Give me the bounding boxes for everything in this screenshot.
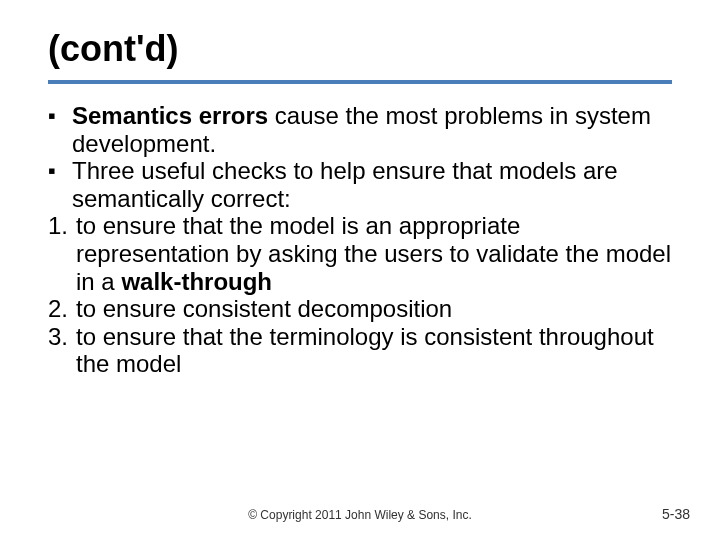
- bullet-item: ▪Semantics errors cause the most problem…: [48, 102, 672, 157]
- numbered-item: 3. to ensure that the terminology is con…: [48, 323, 672, 378]
- numbered-text: to ensure that the terminology is consis…: [76, 323, 672, 378]
- text-run: Three useful checks to help ensure that …: [72, 157, 618, 212]
- number-marker: 3.: [48, 323, 76, 351]
- numbered-text: to ensure that the model is an appropria…: [76, 212, 672, 295]
- numbered-item: 2. to ensure consistent decomposition: [48, 295, 672, 323]
- bullet-text: Semantics errors cause the most problems…: [72, 102, 672, 157]
- bullet-square-icon: ▪: [48, 157, 66, 182]
- slide-title: (cont'd): [48, 28, 672, 70]
- numbered-text: to ensure consistent decomposition: [76, 295, 672, 323]
- bullet-text: Three useful checks to help ensure that …: [72, 157, 672, 212]
- bullet-item: ▪Three useful checks to help ensure that…: [48, 157, 672, 212]
- page-number: 5-38: [662, 506, 690, 522]
- text-run: to ensure that the terminology is consis…: [76, 323, 654, 378]
- bullet-square-icon: ▪: [48, 102, 66, 127]
- number-marker: 1.: [48, 212, 76, 240]
- number-marker: 2.: [48, 295, 76, 323]
- slide: (cont'd) ▪Semantics errors cause the mos…: [0, 0, 720, 540]
- copyright-footer: © Copyright 2011 John Wiley & Sons, Inc.: [0, 508, 720, 522]
- text-run: to ensure consistent decomposition: [76, 295, 452, 322]
- numbered-item: 1. to ensure that the model is an approp…: [48, 212, 672, 295]
- text-run: walk-through: [121, 268, 272, 295]
- title-divider: [48, 80, 672, 84]
- text-run: Semantics errors: [72, 102, 268, 129]
- slide-content: ▪Semantics errors cause the most problem…: [48, 102, 672, 378]
